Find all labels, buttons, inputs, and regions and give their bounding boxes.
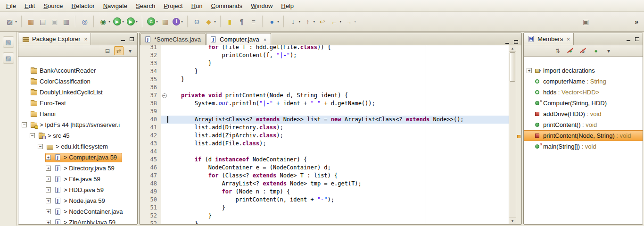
code-line-42[interactable]: 42 list.add(ZipArchiv.class); xyxy=(140,132,509,140)
tree-item[interactable]: +J> Computer.java 59 xyxy=(18,152,137,163)
menu-run[interactable]: Run xyxy=(187,0,207,11)
code-line-47[interactable]: 47 for (Class<? extends Node> T : list) … xyxy=(140,172,509,180)
toggle-mark-occurrences-button[interactable]: ▮ xyxy=(224,16,235,27)
minimize-button[interactable] xyxy=(504,39,510,45)
code-line-35[interactable]: 35 } xyxy=(140,75,509,84)
close-icon[interactable]: × xyxy=(84,36,87,42)
package-explorer-tab[interactable]: Package Explorer × xyxy=(18,33,91,45)
menu-commands[interactable]: Commands xyxy=(207,0,247,11)
fast-view-button[interactable]: ▨ xyxy=(3,52,14,64)
next-annotation-dropdown-icon[interactable]: ▾ xyxy=(298,19,300,24)
hide-non-public-button[interactable]: ● xyxy=(591,46,601,55)
scroll-up-icon[interactable]: ▲ xyxy=(509,45,516,52)
tree-item[interactable]: +J> HDD.java 59 xyxy=(18,184,137,195)
tree-item[interactable]: +J> NodeContainer.java xyxy=(18,206,137,217)
debug-button[interactable]: ◉▾ xyxy=(98,16,111,27)
menu-file[interactable]: File xyxy=(2,0,20,11)
maximize-button[interactable] xyxy=(129,36,134,42)
member-item[interactable]: +import declarations xyxy=(524,65,643,76)
line-number[interactable]: 33 xyxy=(140,59,161,67)
expand-icon[interactable]: + xyxy=(527,68,532,73)
code-line-45[interactable]: 45 if (d instanceof NodeContainer) { xyxy=(140,156,509,164)
show-selected-element-only-button[interactable]: ≡ xyxy=(248,16,259,27)
breakpoints-button[interactable]: ◎ xyxy=(79,16,90,27)
line-number[interactable]: 36 xyxy=(140,84,161,92)
open-web-browser-button[interactable]: ●▾ xyxy=(266,16,280,27)
new-wizard-dropdown-icon[interactable]: ▾ xyxy=(15,19,17,24)
link-with-editor-button[interactable]: ⇄ xyxy=(114,46,124,55)
open-type-button[interactable]: ⊙ xyxy=(191,16,202,27)
line-number[interactable]: 46 xyxy=(140,164,161,172)
line-number[interactable]: 37 xyxy=(140,92,161,100)
collapse-icon[interactable]: − xyxy=(30,133,35,138)
tree-item[interactable]: +J> ZipArchiv.java 59 xyxy=(18,217,137,224)
tree-item[interactable]: −> edu.kit.filesystem xyxy=(18,141,137,152)
expand-icon[interactable]: + xyxy=(46,198,51,203)
member-item[interactable]: printContent(Node, String) : void xyxy=(524,130,643,141)
member-item[interactable]: addDrive(HDD) : void xyxy=(524,109,643,119)
code-line-40[interactable]: 40 ArrayList<Class<? extends Node>> list… xyxy=(140,116,509,124)
search-button[interactable]: ◆▾ xyxy=(203,16,217,27)
menu-edit[interactable]: Edit xyxy=(20,0,39,11)
back-button[interactable]: ←▾ xyxy=(329,16,342,27)
line-number[interactable]: 48 xyxy=(140,180,161,188)
code-line-37[interactable]: 37− private void printContent(Node d, St… xyxy=(140,92,509,100)
code-line-33[interactable]: 33 } xyxy=(140,59,509,67)
expand-icon[interactable]: + xyxy=(46,176,51,182)
debug-dropdown-icon[interactable]: ▾ xyxy=(108,19,110,24)
new-java-interface-button[interactable]: I▾ xyxy=(172,17,184,26)
editor-tab--someclass-java[interactable]: J*SomeClass.java xyxy=(140,33,206,45)
restore-views-button[interactable]: ▧ xyxy=(3,36,14,48)
open-web-browser-dropdown-icon[interactable]: ▾ xyxy=(277,19,279,24)
expand-icon[interactable]: + xyxy=(46,166,51,171)
line-number[interactable]: 45 xyxy=(140,156,161,164)
line-number[interactable]: 51 xyxy=(140,204,161,212)
run-external-tools-button[interactable]: ▶▾ xyxy=(126,17,139,26)
line-number[interactable]: 53 xyxy=(140,220,161,224)
code-line-36[interactable]: 36 xyxy=(140,84,509,92)
tree-item[interactable]: Hanoi xyxy=(18,109,137,119)
menu-search[interactable]: Search xyxy=(132,0,159,11)
expand-icon[interactable]: + xyxy=(46,155,51,160)
sort-button[interactable]: ⇅ xyxy=(553,46,562,55)
search-dropdown-icon[interactable]: ▾ xyxy=(214,19,216,24)
new-java-class-dropdown-icon[interactable]: ▾ xyxy=(156,19,158,24)
overview-ruler[interactable] xyxy=(516,45,521,224)
new-java-class-button[interactable]: C▾ xyxy=(146,17,159,26)
line-number[interactable]: 31 xyxy=(140,45,161,51)
new-wizard-button[interactable]: ▨▾ xyxy=(4,16,18,27)
code-line-46[interactable]: 46 NodeContainer e = (NodeContainer) d; xyxy=(140,164,509,172)
code-line-48[interactable]: 48 ArrayList<? extends Node> tmp = e.get… xyxy=(140,180,509,188)
collapse-all-button[interactable]: ⊟ xyxy=(103,46,112,55)
run-button[interactable]: ▶▾ xyxy=(112,17,125,26)
menu-navigate[interactable]: Navigate xyxy=(99,0,132,11)
tree-item[interactable]: +J> Node.java 59 xyxy=(18,195,137,206)
line-number[interactable]: 41 xyxy=(140,124,161,132)
collapse-region-icon[interactable]: − xyxy=(162,93,167,98)
previous-annotation-dropdown-icon[interactable]: ▾ xyxy=(313,19,315,24)
view-menu-button[interactable]: ▾ xyxy=(604,46,613,55)
expand-icon[interactable]: + xyxy=(46,187,51,193)
expand-icon[interactable]: + xyxy=(46,220,51,224)
line-number[interactable]: 38 xyxy=(140,100,161,108)
code-line-44[interactable]: 44 xyxy=(140,148,509,156)
scroll-down-icon[interactable]: ▼ xyxy=(509,218,516,224)
member-item[interactable]: computerName : String xyxy=(524,76,643,87)
close-icon[interactable]: × xyxy=(567,36,570,42)
code-line-51[interactable]: 51 } xyxy=(140,204,509,212)
minimize-button[interactable] xyxy=(120,36,126,42)
hide-static-button[interactable]: s xyxy=(578,46,588,55)
run-dropdown-icon[interactable]: ▾ xyxy=(122,19,124,24)
menu-source[interactable]: Source xyxy=(39,0,67,11)
close-icon[interactable]: × xyxy=(264,37,266,42)
line-number[interactable]: 35 xyxy=(140,75,161,84)
open-file-button[interactable]: ▤ xyxy=(37,16,48,27)
line-number[interactable]: 34 xyxy=(140,67,161,75)
line-number[interactable]: 43 xyxy=(140,140,161,148)
menu-window[interactable]: Window xyxy=(247,0,277,11)
member-item[interactable]: cComputer(String, HDD) xyxy=(524,98,643,109)
line-number[interactable]: 47 xyxy=(140,172,161,180)
collapse-icon[interactable]: − xyxy=(38,144,43,149)
editor-tab-computer-java[interactable]: JComputer.java× xyxy=(206,33,271,45)
previous-annotation-button[interactable]: ↑▾ xyxy=(302,16,316,27)
